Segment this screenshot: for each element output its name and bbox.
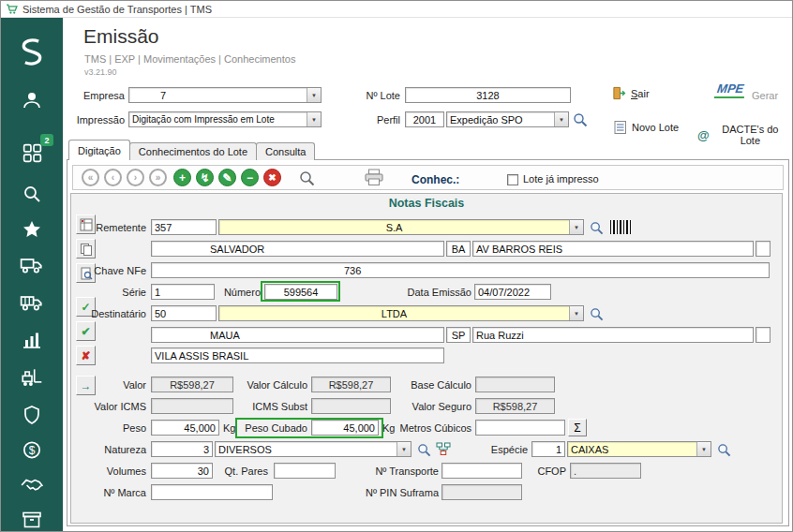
especie-search-icon[interactable] bbox=[717, 443, 731, 457]
sair-label: Sair bbox=[631, 88, 650, 99]
remetente-uf-field[interactable]: BA bbox=[446, 241, 471, 257]
remetente-search-icon[interactable] bbox=[590, 221, 604, 235]
natureza-search-icon[interactable] bbox=[417, 443, 431, 457]
chevron-down-icon[interactable]: ▼ bbox=[569, 220, 583, 234]
sidebar-item-security[interactable] bbox=[1, 402, 63, 428]
sidebar-item-delivery[interactable] bbox=[1, 289, 63, 316]
sair-button[interactable]: Sair bbox=[606, 85, 655, 101]
metros-cubicos-field[interactable] bbox=[475, 420, 565, 436]
add-record-button[interactable]: + bbox=[173, 169, 191, 186]
confirm-all-button[interactable]: ✔ bbox=[76, 321, 96, 341]
novo-lote-button[interactable]: Novo Lote bbox=[608, 119, 684, 136]
lote-field[interactable]: 3128 bbox=[405, 87, 571, 103]
page-title: Emissão bbox=[83, 25, 159, 48]
lote-value: 3128 bbox=[406, 90, 570, 101]
volumes-field[interactable]: 30 bbox=[151, 463, 213, 479]
hierarchy-icon[interactable] bbox=[436, 442, 451, 456]
remove-record-button[interactable]: − bbox=[241, 169, 259, 186]
sidebar-item-favorites[interactable] bbox=[1, 216, 63, 243]
sidebar-item-apps[interactable] bbox=[1, 140, 63, 166]
chevron-down-icon[interactable]: ▼ bbox=[307, 112, 321, 126]
valor-icms-field bbox=[151, 398, 233, 414]
numero-field[interactable]: 599564 bbox=[264, 284, 337, 300]
data-emissao-field[interactable]: 04/07/2022 bbox=[474, 284, 551, 300]
barcode-icon[interactable] bbox=[610, 220, 631, 234]
qt-pares-field[interactable] bbox=[274, 463, 336, 479]
sidebar-item-finance[interactable]: $ bbox=[1, 437, 63, 464]
chevron-down-icon[interactable]: ▼ bbox=[396, 442, 411, 456]
sidebar-item-archive[interactable] bbox=[1, 507, 63, 532]
remetente-address-field[interactable]: AV BARROS REIS bbox=[472, 241, 754, 257]
remetente-city: SALVADOR bbox=[152, 244, 443, 255]
printer-icon[interactable] bbox=[365, 169, 383, 186]
chave-nfe-field[interactable]: 736 bbox=[151, 262, 770, 278]
star-icon bbox=[21, 218, 43, 241]
chevron-down-icon[interactable]: ▼ bbox=[569, 306, 583, 320]
destinatario-city-field[interactable]: MAUA bbox=[151, 327, 444, 343]
n-marca-field[interactable] bbox=[151, 484, 273, 500]
destinatario-code: 50 bbox=[152, 308, 216, 319]
cancel-record-button[interactable]: ✖ bbox=[263, 169, 281, 186]
tab-conhecimentos-do-lote[interactable]: Conhecimentos do Lote bbox=[129, 142, 257, 160]
valor-value: R$598,27 bbox=[152, 379, 232, 391]
chevron-down-icon[interactable]: ▼ bbox=[307, 88, 321, 102]
perfil-code-field[interactable]: 2001 bbox=[405, 111, 444, 127]
natureza-combo[interactable]: DIVERSOS ▼ bbox=[215, 441, 411, 457]
especie-code-field[interactable]: 1 bbox=[531, 441, 565, 457]
tab-consulta[interactable]: Consulta bbox=[256, 142, 315, 160]
next-record-button[interactable]: › bbox=[127, 169, 144, 186]
lote-impresso-checkbox[interactable] bbox=[507, 174, 518, 185]
copy-note-button[interactable] bbox=[76, 239, 96, 259]
volumes-label: Volumes bbox=[90, 466, 146, 477]
empresa-combo[interactable]: 7 ▼ bbox=[128, 87, 322, 103]
peso-cubado-field[interactable]: 45,000 bbox=[311, 420, 379, 436]
dacte-button[interactable]: @ DACTE's do Lote bbox=[692, 123, 792, 147]
sidebar-item-truck[interactable] bbox=[1, 252, 63, 278]
edit-record-button[interactable]: ✎ bbox=[218, 169, 236, 186]
destinatario-district-field[interactable]: VILA ASSIS BRASIL bbox=[151, 347, 444, 363]
destinatario-extra-field[interactable] bbox=[756, 327, 771, 343]
remetente-extra-field[interactable] bbox=[756, 241, 771, 257]
gerar-button[interactable]: Gerar bbox=[752, 90, 778, 101]
sum-button[interactable]: Σ bbox=[568, 419, 587, 436]
toolbar-search-icon[interactable] bbox=[299, 170, 315, 186]
chevron-down-icon[interactable]: ▼ bbox=[696, 442, 711, 456]
discard-button[interactable]: ✘ bbox=[76, 346, 96, 365]
shield-icon bbox=[21, 404, 43, 426]
first-record-button[interactable]: « bbox=[82, 169, 99, 186]
impressao-combo[interactable]: Digitação com Impressão em Lote ▼ bbox=[128, 111, 322, 127]
destinatario-uf-field[interactable]: SP bbox=[446, 327, 471, 343]
sidebar-item-warehouse[interactable] bbox=[1, 364, 63, 391]
prev-record-button[interactable]: ‹ bbox=[104, 169, 122, 186]
post-record-button[interactable]: ↯ bbox=[196, 169, 214, 186]
tab-digitacao[interactable]: Digitação bbox=[68, 140, 130, 160]
sidebar-item-partners[interactable] bbox=[1, 472, 63, 498]
destinatario-code-field[interactable]: 50 bbox=[151, 305, 217, 321]
destinatario-uf: SP bbox=[447, 330, 470, 341]
bar-chart-icon bbox=[21, 329, 43, 351]
remetente-code-field[interactable]: 357 bbox=[151, 219, 217, 235]
destinatario-city: MAUA bbox=[152, 330, 443, 341]
sidebar-item-search[interactable] bbox=[1, 181, 63, 207]
destinatario-search-icon[interactable] bbox=[590, 307, 604, 321]
perfil-search-icon[interactable] bbox=[573, 112, 588, 127]
especie-combo[interactable]: CAIXAS ▼ bbox=[567, 441, 711, 457]
last-record-button[interactable]: » bbox=[149, 169, 167, 186]
destinatario-address-field[interactable]: Rua Ruzzi bbox=[472, 327, 754, 343]
destinatario-name-combo[interactable]: LTDA ▼ bbox=[218, 305, 584, 321]
natureza-code-field[interactable]: 3 bbox=[151, 441, 213, 457]
perfil-combo[interactable]: Expedição SPO ▼ bbox=[446, 111, 569, 127]
remetente-name-combo[interactable]: S.A ▼ bbox=[218, 219, 584, 235]
remetente-city-field[interactable]: SALVADOR bbox=[151, 241, 444, 257]
new-document-icon bbox=[614, 120, 627, 135]
window-titlebar: Sistema de Gestão de Transportes | TMS bbox=[1, 1, 792, 18]
sidebar-item-reports[interactable] bbox=[1, 327, 63, 353]
perfil-label: Perfil bbox=[367, 114, 400, 126]
handshake-icon bbox=[20, 473, 44, 497]
chevron-down-icon[interactable]: ▼ bbox=[554, 112, 568, 126]
n-transporte-field[interactable] bbox=[441, 463, 522, 479]
sidebar-item-user[interactable] bbox=[1, 87, 63, 113]
app-cart-icon bbox=[6, 3, 18, 15]
peso-field[interactable]: 45,000 bbox=[151, 420, 219, 436]
exit-door-icon bbox=[612, 86, 626, 100]
